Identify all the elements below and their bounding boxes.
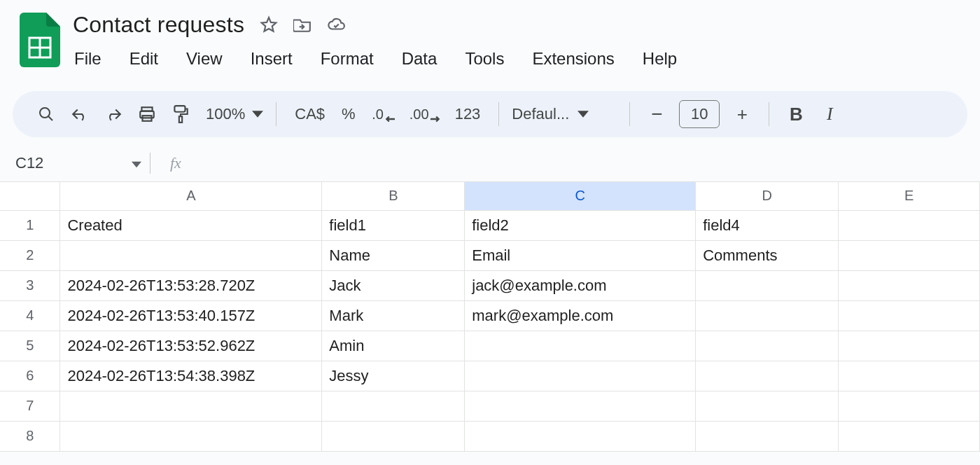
zoom-value: 100% xyxy=(200,105,251,123)
menu-help[interactable]: Help xyxy=(641,46,678,71)
row-header[interactable]: 3 xyxy=(0,270,60,300)
cell[interactable]: jack@example.com xyxy=(465,270,696,300)
chevron-down-icon xyxy=(252,109,263,120)
title-stack: Contact requests File Edit View Insert F… xyxy=(73,7,967,71)
print-icon[interactable] xyxy=(133,100,161,128)
cell[interactable] xyxy=(696,361,839,391)
column-header[interactable]: C xyxy=(465,182,696,210)
cell[interactable]: 2024-02-26T13:53:52.962Z xyxy=(60,331,322,361)
document-title[interactable]: Contact requests xyxy=(73,12,244,38)
redo-icon[interactable] xyxy=(99,100,127,128)
cell[interactable]: field1 xyxy=(322,210,465,240)
cell[interactable] xyxy=(465,331,696,361)
name-box-value: C12 xyxy=(15,154,43,172)
move-folder-icon[interactable] xyxy=(293,15,312,34)
font-size-input[interactable]: 10 xyxy=(679,100,720,128)
number-format-button[interactable]: 123 xyxy=(449,105,486,123)
row-header[interactable]: 6 xyxy=(0,361,60,391)
name-box[interactable]: C12 xyxy=(15,154,141,172)
cell[interactable]: Email xyxy=(465,240,696,270)
column-header[interactable]: E xyxy=(839,182,980,210)
spreadsheet-grid[interactable]: ABCDE1Createdfield1field2field42NameEmai… xyxy=(0,182,980,452)
row-header[interactable]: 5 xyxy=(0,331,60,361)
percent-button[interactable]: % xyxy=(336,105,361,123)
cell[interactable]: Name xyxy=(322,240,465,270)
row-header[interactable]: 1 xyxy=(0,210,60,240)
menu-insert[interactable]: Insert xyxy=(249,46,294,71)
cell[interactable] xyxy=(839,270,980,300)
decrease-decimal-icon[interactable]: .0 xyxy=(367,100,400,128)
cell[interactable] xyxy=(839,210,980,240)
cell[interactable]: Mark xyxy=(322,300,465,331)
cell[interactable] xyxy=(60,391,322,421)
increase-decimal-icon[interactable]: .00 xyxy=(406,100,444,128)
font-name: Defaul... xyxy=(512,105,569,123)
cell[interactable]: Created xyxy=(60,210,322,240)
column-header[interactable]: A xyxy=(60,182,322,210)
cell[interactable] xyxy=(60,240,322,270)
cell[interactable] xyxy=(465,361,696,391)
formula-bar: C12 fx xyxy=(0,144,980,182)
cell[interactable]: Comments xyxy=(696,240,839,270)
chevron-down-icon xyxy=(578,109,589,120)
cell[interactable]: 2024-02-26T13:54:38.398Z xyxy=(60,361,322,391)
cell[interactable] xyxy=(839,300,980,331)
cell[interactable]: field2 xyxy=(465,210,696,240)
cell[interactable] xyxy=(839,331,980,361)
cell[interactable] xyxy=(322,421,465,451)
cell[interactable] xyxy=(696,331,839,361)
cell[interactable] xyxy=(839,421,980,451)
font-select[interactable]: Defaul... xyxy=(512,105,617,123)
italic-button[interactable]: I xyxy=(816,100,844,128)
cell[interactable]: 2024-02-26T13:53:40.157Z xyxy=(60,300,322,331)
menu-file[interactable]: File xyxy=(73,46,103,71)
toolbar-separator xyxy=(769,102,769,126)
cloud-saved-icon[interactable] xyxy=(327,15,345,34)
column-header[interactable]: B xyxy=(322,182,465,210)
row-header[interactable]: 4 xyxy=(0,300,60,331)
cell[interactable] xyxy=(839,391,980,421)
cell[interactable]: Jessy xyxy=(322,361,465,391)
cell[interactable] xyxy=(839,361,980,391)
menu-bar: File Edit View Insert Format Data Tools … xyxy=(73,46,967,71)
cell[interactable] xyxy=(465,391,696,421)
svg-point-4 xyxy=(40,108,50,118)
menu-view[interactable]: View xyxy=(185,46,224,71)
row-header[interactable]: 7 xyxy=(0,391,60,421)
select-all-corner[interactable] xyxy=(0,182,60,210)
cell[interactable] xyxy=(696,270,839,300)
zoom-select[interactable]: 100% xyxy=(200,105,263,123)
menu-edit[interactable]: Edit xyxy=(128,46,160,71)
cell[interactable] xyxy=(465,421,696,451)
increase-fontsize-button[interactable]: + xyxy=(728,100,756,128)
cell[interactable] xyxy=(696,300,839,331)
cell[interactable]: Jack xyxy=(322,270,465,300)
undo-icon[interactable] xyxy=(66,100,94,128)
svg-rect-10 xyxy=(179,116,182,123)
menu-extensions[interactable]: Extensions xyxy=(531,46,615,71)
bold-button[interactable]: B xyxy=(782,100,810,128)
row-header[interactable]: 2 xyxy=(0,240,60,270)
currency-button[interactable]: CA$ xyxy=(289,105,330,123)
cell[interactable]: 2024-02-26T13:53:28.720Z xyxy=(60,270,322,300)
menu-tools[interactable]: Tools xyxy=(463,46,505,71)
menu-format[interactable]: Format xyxy=(319,46,375,71)
cell[interactable] xyxy=(322,391,465,421)
star-icon[interactable] xyxy=(260,15,278,34)
formula-separator xyxy=(150,153,150,174)
menu-data[interactable]: Data xyxy=(400,46,439,71)
cell[interactable]: mark@example.com xyxy=(465,300,696,331)
titlebar: Contact requests File Edit View Insert F… xyxy=(0,0,980,80)
cell[interactable] xyxy=(839,240,980,270)
column-header[interactable]: D xyxy=(696,182,839,210)
cell[interactable]: field4 xyxy=(696,210,839,240)
search-icon[interactable] xyxy=(32,100,60,128)
cell[interactable] xyxy=(696,421,839,451)
decrease-fontsize-button[interactable]: − xyxy=(643,100,671,128)
cell[interactable] xyxy=(696,391,839,421)
paint-format-icon[interactable] xyxy=(167,100,195,128)
cell[interactable]: Amin xyxy=(322,331,465,361)
sheets-logo-icon[interactable] xyxy=(20,13,60,67)
row-header[interactable]: 8 xyxy=(0,421,60,451)
cell[interactable] xyxy=(60,421,322,451)
